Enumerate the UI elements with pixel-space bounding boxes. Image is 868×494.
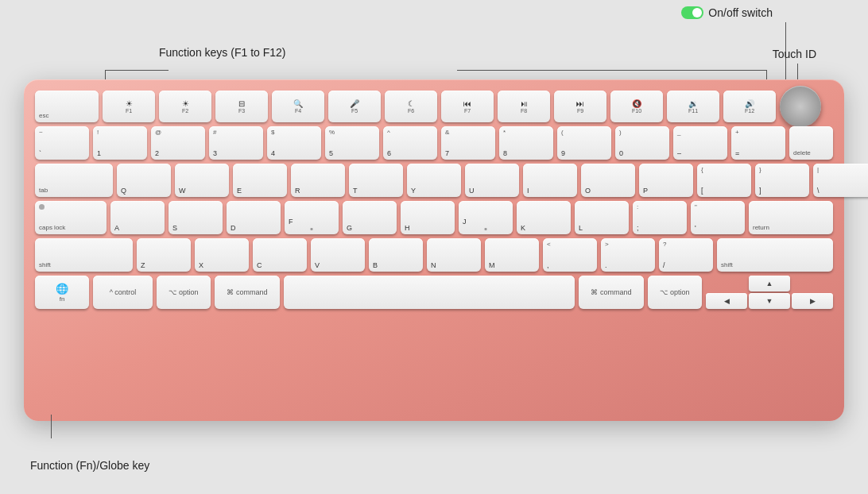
key-option-right[interactable]: ⌥ option (648, 276, 702, 309)
home-row: caps lock A S D F G H J K L : (35, 201, 833, 234)
key-o[interactable]: O (581, 164, 635, 197)
key-right-bracket[interactable]: } ] (755, 164, 809, 197)
key-arrow-left[interactable]: ◀ (706, 293, 747, 309)
key-period[interactable]: > . (601, 238, 655, 272)
key-command-left[interactable]: ⌘ command (215, 276, 280, 309)
key-f[interactable]: F (285, 201, 339, 234)
key-k[interactable]: K (517, 201, 571, 234)
fn-row: esc ☀ F1 ☀ F2 ⊟ F3 🔍 F4 (35, 91, 833, 122)
key-g[interactable]: G (343, 201, 397, 234)
key-d[interactable]: D (227, 201, 281, 234)
key-f9[interactable]: ⏭ F9 (554, 91, 606, 122)
key-comma[interactable]: < , (543, 238, 597, 272)
key-p[interactable]: P (639, 164, 693, 197)
key-f10[interactable]: 🔇 F10 (610, 91, 663, 122)
key-f7[interactable]: ⏮ F7 (441, 91, 494, 122)
key-option-left[interactable]: ⌥ option (157, 276, 211, 309)
key-v[interactable]: V (311, 238, 365, 272)
key-h[interactable]: H (401, 201, 455, 234)
caps-lock-indicator (39, 204, 45, 210)
key-esc-label: esc (39, 113, 48, 120)
key-b[interactable]: B (369, 238, 423, 272)
key-arrow-down[interactable]: ▼ (749, 293, 790, 309)
key-f10-icon: 🔇 (632, 100, 641, 108)
key-a[interactable]: A (110, 201, 165, 234)
function-keys-label: Function keys (F1 to F12) (159, 46, 286, 59)
key-9[interactable]: ( 9 (557, 126, 611, 160)
key-8[interactable]: * 8 (499, 126, 553, 160)
key-y[interactable]: Y (407, 164, 461, 197)
key-esc[interactable]: esc (35, 91, 99, 122)
key-1[interactable]: ! 1 (93, 126, 147, 160)
key-f12[interactable]: 🔊 F12 (723, 91, 776, 122)
key-f3[interactable]: ⊟ F3 (215, 91, 268, 122)
key-i[interactable]: I (523, 164, 577, 197)
key-f2-icon: ☀ (182, 100, 189, 108)
key-slash[interactable]: ? / (659, 238, 713, 272)
key-f5[interactable]: 🎤 F5 (328, 91, 381, 122)
key-6[interactable]: ^ 6 (383, 126, 437, 160)
bracket-right (457, 70, 767, 79)
key-4[interactable]: $ 4 (267, 126, 321, 160)
key-f11[interactable]: 🔉 F11 (667, 91, 719, 122)
key-f1[interactable]: ☀ F1 (103, 91, 155, 122)
key-f4[interactable]: 🔍 F4 (272, 91, 324, 122)
key-f6-icon: ☾ (408, 100, 415, 108)
key-space[interactable] (284, 276, 575, 309)
key-l[interactable]: L (575, 201, 629, 234)
key-caps-lock[interactable]: caps lock (35, 201, 107, 234)
key-2[interactable]: @ 2 (151, 126, 205, 160)
key-backtick[interactable]: ~ ` (35, 126, 89, 160)
key-u[interactable]: U (465, 164, 519, 197)
key-backslash[interactable]: | \ (813, 164, 868, 197)
key-0[interactable]: ) 0 (615, 126, 669, 160)
key-fn-globe[interactable]: 🌐 fn (35, 276, 89, 309)
key-3[interactable]: # 3 (209, 126, 263, 160)
key-m[interactable]: M (485, 238, 539, 272)
key-shift-left[interactable]: shift (35, 238, 133, 272)
key-c[interactable]: C (253, 238, 307, 272)
qwerty-row: tab Q W E R T Y U I O P { [ } ] (35, 164, 833, 197)
key-arrow-right[interactable]: ▶ (792, 293, 833, 309)
arrow-bottom-row: ◀ ▼ ▶ (706, 293, 833, 309)
key-arrow-up[interactable]: ▲ (749, 276, 790, 291)
key-s[interactable]: S (169, 201, 223, 234)
key-tab[interactable]: tab (35, 164, 113, 197)
key-f2[interactable]: ☀ F2 (159, 91, 211, 122)
touch-id-label: Touch ID (773, 48, 816, 60)
key-z[interactable]: Z (137, 238, 191, 272)
key-f3-icon: ⊟ (238, 100, 245, 108)
scene: On/off switch Touch ID Function keys (F1… (0, 0, 868, 494)
key-7[interactable]: & 7 (441, 126, 495, 160)
key-return[interactable]: return (749, 201, 833, 234)
on-off-text: On/off switch (708, 6, 773, 19)
key-left-bracket[interactable]: { [ (697, 164, 751, 197)
key-q[interactable]: Q (117, 164, 171, 197)
key-f8[interactable]: ⏯ F8 (498, 91, 550, 122)
touch-id-button[interactable] (780, 86, 821, 127)
fn-globe-label: Function (Fn)/Globe key (30, 459, 149, 472)
key-f8-icon: ⏯ (520, 100, 528, 108)
key-f6[interactable]: ☾ F6 (385, 91, 437, 122)
key-delete[interactable]: delete (789, 126, 833, 160)
key-x[interactable]: X (195, 238, 249, 272)
keyboard-body: esc ☀ F1 ☀ F2 ⊟ F3 🔍 F4 (24, 79, 844, 421)
key-control[interactable]: ^ control (93, 276, 153, 309)
key-shift-right[interactable]: shift (717, 238, 833, 272)
key-e[interactable]: E (233, 164, 287, 197)
key-n[interactable]: N (427, 238, 481, 272)
key-5[interactable]: % 5 (325, 126, 379, 160)
key-minus[interactable]: _ – (673, 126, 727, 160)
key-r[interactable]: R (291, 164, 345, 197)
key-quote[interactable]: " ' (691, 201, 745, 234)
arrow-cluster: ▲ ◀ ▼ ▶ (706, 276, 833, 309)
key-t[interactable]: T (349, 164, 403, 197)
key-w[interactable]: W (175, 164, 229, 197)
key-semicolon[interactable]: : ; (633, 201, 687, 234)
number-row: ~ ` ! 1 @ 2 # 3 $ 4 (35, 126, 833, 160)
key-equals[interactable]: + = (731, 126, 785, 160)
fn-globe-line (51, 415, 52, 438)
key-command-right[interactable]: ⌘ command (579, 276, 644, 309)
key-j[interactable]: J (459, 201, 513, 234)
keys-container: esc ☀ F1 ☀ F2 ⊟ F3 🔍 F4 (35, 91, 833, 407)
